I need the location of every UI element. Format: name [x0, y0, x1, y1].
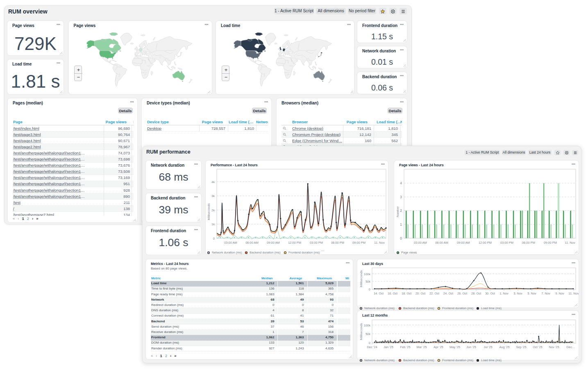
svg-text:06:00 PM: 06:00 PM — [522, 241, 535, 244]
svg-text:3k: 3k — [211, 194, 215, 198]
svg-text:0: 0 — [213, 237, 215, 240]
svg-text:03:00 AM: 03:00 AM — [414, 241, 427, 244]
svg-text:12:00 PM: 12:00 PM — [479, 241, 492, 244]
svg-text:06:00 AM: 06:00 AM — [435, 241, 448, 244]
svg-text:26. Oct: 26. Oct — [457, 292, 468, 295]
svg-text:Jul '25: Jul '25 — [484, 345, 492, 349]
svg-text:5. Nov: 5. Nov — [527, 292, 536, 295]
svg-text:Dec…: Dec… — [567, 345, 575, 349]
svg-text:Apr '25: Apr '25 — [434, 345, 443, 349]
svg-text:4: 4 — [400, 181, 402, 185]
svg-text:1. Nov: 1. Nov — [499, 292, 509, 295]
svg-text:Mar '25: Mar '25 — [417, 345, 427, 349]
svg-text:3: 3 — [400, 195, 402, 199]
svg-text:14. Oct: 14. Oct — [374, 292, 384, 295]
svg-text:09:00 PM: 09:00 PM — [352, 241, 366, 244]
svg-text:09:00 PM: 09:00 PM — [544, 241, 557, 244]
svg-text:09:00 AM: 09:00 AM — [457, 241, 470, 244]
svg-text:03:00 AM: 03:00 AM — [224, 241, 237, 244]
svg-text:Oct '25: Oct '25 — [533, 345, 543, 349]
svg-text:16. Oct: 16. Oct — [388, 292, 398, 295]
svg-text:100k: 100k — [364, 324, 371, 327]
svg-text:30. Oct: 30. Oct — [485, 292, 495, 295]
svg-text:1k: 1k — [211, 222, 215, 226]
svg-text:4k: 4k — [211, 180, 215, 184]
svg-text:11. Nov: 11. Nov — [374, 241, 385, 244]
svg-text:09:00 AM: 09:00 AM — [267, 241, 280, 244]
svg-text:100k: 100k — [364, 272, 371, 276]
svg-text:Number: Number — [396, 206, 400, 217]
svg-text:50k: 50k — [366, 280, 370, 283]
svg-text:06:00 AM: 06:00 AM — [245, 241, 259, 244]
svg-text:Milliseconds: Milliseconds — [359, 323, 363, 340]
svg-text:Sep '25: Sep '25 — [516, 345, 526, 349]
svg-text:May '25: May '25 — [450, 345, 460, 349]
svg-text:Nov '25: Nov '25 — [549, 345, 559, 349]
svg-text:1: 1 — [400, 222, 402, 226]
svg-text:0: 0 — [400, 236, 402, 240]
svg-text:20. Oct: 20. Oct — [415, 292, 426, 295]
svg-text:3. Nov: 3. Nov — [513, 292, 522, 295]
svg-text:Feb '25: Feb '25 — [400, 345, 411, 349]
svg-text:0: 0 — [369, 341, 370, 345]
svg-text:Jan '25: Jan '25 — [384, 345, 393, 349]
svg-text:22. Oct: 22. Oct — [429, 292, 440, 295]
svg-text:Jun '25: Jun '25 — [466, 345, 476, 349]
svg-text:Dec '24: Dec '24 — [367, 345, 377, 349]
svg-text:0: 0 — [369, 288, 370, 291]
svg-text:2k: 2k — [211, 208, 215, 212]
svg-text:2: 2 — [400, 208, 402, 213]
svg-text:18. Oct: 18. Oct — [402, 292, 412, 295]
svg-text:9. Nov: 9. Nov — [555, 292, 564, 295]
svg-text:06:00 PM: 06:00 PM — [331, 241, 344, 244]
svg-text:7. Nov: 7. Nov — [541, 292, 550, 295]
svg-text:Milliseconds: Milliseconds — [207, 203, 211, 220]
svg-text:Aug '25: Aug '25 — [499, 345, 509, 349]
svg-text:50k: 50k — [366, 332, 370, 336]
svg-text:24. Oct: 24. Oct — [443, 292, 454, 295]
svg-text:11. Nov: 11. Nov — [568, 292, 579, 295]
svg-text:Milliseconds: Milliseconds — [359, 270, 363, 287]
svg-text:03:00 PM: 03:00 PM — [500, 241, 513, 244]
svg-text:11. Nov: 11. Nov — [565, 241, 575, 244]
svg-text:28. Oct: 28. Oct — [471, 292, 481, 295]
svg-text:03:00 PM: 03:00 PM — [310, 241, 323, 244]
svg-text:12:00 PM: 12:00 PM — [288, 241, 301, 244]
